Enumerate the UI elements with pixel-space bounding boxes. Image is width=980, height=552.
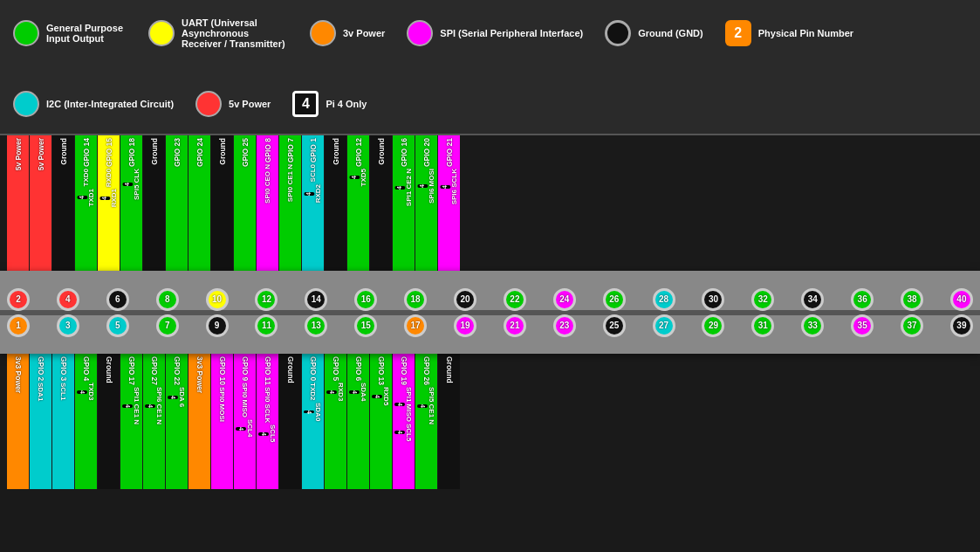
bottom-strip-pin-31: GPIO 64SDA4 bbox=[347, 354, 369, 489]
legend-item-spi: SPI (Serial Peripheral Interface) bbox=[407, 20, 583, 46]
pins-container: 2143658710912111413161518172019222124232… bbox=[7, 288, 973, 337]
pin-25[interactable]: 25 bbox=[603, 314, 626, 337]
pins-row: 2143658710912111413161518172019222124232… bbox=[0, 271, 980, 354]
top-strip-pin-12: GPIO 184SPI5 CLK bbox=[120, 135, 142, 271]
bottom-strip-pin-13: GPIO 274SPI6 CE1 N bbox=[143, 354, 165, 489]
bottom-strip-pin-7: GPIO 44TXD3 bbox=[75, 354, 97, 489]
legend-item-gpio: General Purpose Input Output bbox=[13, 20, 127, 46]
pin-badge-label: Physical Pin Number bbox=[758, 28, 853, 38]
pin-pair-4: 109 bbox=[206, 288, 229, 337]
pin-23[interactable]: 23 bbox=[553, 314, 576, 337]
pin-pair-15: 3231 bbox=[751, 288, 774, 337]
gnd-icon bbox=[605, 20, 631, 46]
pin-28[interactable]: 28 bbox=[653, 288, 675, 311]
pin-16[interactable]: 16 bbox=[354, 288, 377, 311]
pin-17[interactable]: 17 bbox=[404, 314, 427, 337]
legend-item-gnd: Ground (GND) bbox=[605, 20, 703, 46]
pin-15[interactable]: 15 bbox=[354, 314, 377, 337]
bottom-strip-pin-9: Ground bbox=[98, 354, 120, 489]
pin-11[interactable]: 11 bbox=[255, 314, 278, 337]
pi4-label: Pi 4 Only bbox=[326, 99, 367, 109]
pin-38[interactable]: 38 bbox=[901, 288, 923, 311]
pin-30[interactable]: 30 bbox=[702, 288, 724, 311]
bottom-strip-pin-25: Ground bbox=[279, 354, 301, 489]
top-strip-pin-36: GPIO 164SPI1 CE2 N bbox=[393, 135, 415, 271]
pin-27[interactable]: 27 bbox=[653, 314, 675, 337]
pin-pair-5: 1211 bbox=[255, 288, 278, 337]
pin-12[interactable]: 12 bbox=[255, 288, 278, 311]
legend-item-5v: 5v Power bbox=[195, 91, 271, 117]
pin-18[interactable]: 18 bbox=[404, 288, 427, 311]
top-strip-pin-26: GPIO 7SPI0 CE1 N bbox=[279, 135, 301, 271]
top-strip-pin-24: GPIO 8SPI0 CEO N bbox=[257, 135, 278, 271]
bottom-strip-pin-17: 3v3 Power bbox=[188, 354, 210, 489]
pin-29[interactable]: 29 bbox=[702, 314, 724, 337]
pin-6[interactable]: 6 bbox=[106, 288, 129, 311]
pin-35[interactable]: 35 bbox=[851, 314, 874, 337]
pin-pair-19: 4039 bbox=[950, 288, 973, 337]
pin-7[interactable]: 7 bbox=[156, 314, 179, 337]
pin-36[interactable]: 36 bbox=[851, 288, 874, 311]
pin-3[interactable]: 3 bbox=[57, 314, 79, 337]
pi4-icon: 4 bbox=[292, 91, 319, 117]
pin-32[interactable]: 32 bbox=[751, 288, 774, 311]
bottom-strip-pin-33: GPIO 134RXD5 bbox=[370, 354, 392, 489]
pin-22[interactable]: 22 bbox=[504, 288, 526, 311]
pin-4[interactable]: 4 bbox=[57, 288, 79, 311]
pin-20[interactable]: 20 bbox=[454, 288, 476, 311]
top-strip-pin-10: GPIO 15RXD04RXD1 bbox=[98, 135, 120, 271]
pin-34[interactable]: 34 bbox=[801, 288, 824, 311]
top-strip-pin-22: GPIO 25 bbox=[234, 135, 256, 271]
pin-40[interactable]: 40 bbox=[950, 288, 973, 311]
pin-5[interactable]: 5 bbox=[106, 314, 129, 337]
3v-icon bbox=[310, 20, 336, 46]
pin-pair-9: 2019 bbox=[454, 288, 476, 337]
top-strip-pin-8: GPIO 14TXD04TXD1 bbox=[75, 135, 97, 271]
gnd-label: Ground (GND) bbox=[638, 28, 703, 38]
bottom-strip-pin-15: GPIO 224SDA 6 bbox=[166, 354, 188, 489]
pin-39[interactable]: 39 bbox=[950, 314, 973, 337]
legend-item-pin-badge: 2 Physical Pin Number bbox=[725, 20, 853, 46]
bottom-strip-pin-29: GPIO 54RXD3 bbox=[325, 354, 346, 489]
pin-13[interactable]: 13 bbox=[305, 314, 327, 337]
pin-pair-10: 2221 bbox=[504, 288, 526, 337]
top-strip-pin-28: GPIO 1SCL04RXD2 bbox=[302, 135, 324, 271]
pin-10[interactable]: 10 bbox=[206, 288, 229, 311]
pin-19[interactable]: 19 bbox=[454, 314, 476, 337]
pin-31[interactable]: 31 bbox=[751, 314, 774, 337]
5v-icon bbox=[195, 91, 222, 117]
pin-pair-6: 1413 bbox=[305, 288, 327, 337]
top-strip-pin-30: Ground bbox=[325, 135, 346, 271]
pin-8[interactable]: 8 bbox=[156, 288, 179, 311]
bottom-strip-pin-27: GPIO 0TXD24SDA0 bbox=[302, 354, 324, 489]
pin-33[interactable]: 33 bbox=[801, 314, 824, 337]
pin-pair-7: 1615 bbox=[354, 288, 377, 337]
spi-icon bbox=[407, 20, 433, 46]
pin-21[interactable]: 21 bbox=[504, 314, 526, 337]
pin-pair-18: 3837 bbox=[901, 288, 923, 337]
top-strip-pin-2: 5v Power bbox=[7, 135, 29, 271]
bottom-strip-pin-23: GPIO 11SPI0 SCLK4SCL5 bbox=[257, 354, 278, 489]
pin-pair-1: 43 bbox=[57, 288, 79, 337]
pin-26[interactable]: 26 bbox=[603, 288, 626, 311]
pin-24[interactable]: 24 bbox=[553, 288, 576, 311]
pin-37[interactable]: 37 bbox=[901, 314, 923, 337]
top-strip-pin-38: GPIO 204SPI6 MOSI bbox=[415, 135, 437, 271]
uart-icon bbox=[148, 20, 175, 46]
top-strip-pin-20: Ground bbox=[211, 135, 233, 271]
bottom-strip-pin-11: GPIO 174SPI1 CE1 N bbox=[120, 354, 142, 489]
pin-pair-12: 2625 bbox=[603, 288, 626, 337]
pin-1[interactable]: 1 bbox=[7, 314, 30, 337]
pin-14[interactable]: 14 bbox=[305, 288, 327, 311]
pin-2[interactable]: 2 bbox=[7, 288, 30, 311]
i2c-label: I2C (Inter-Integrated Circuit) bbox=[46, 99, 174, 109]
pin-pair-2: 65 bbox=[106, 288, 129, 337]
bottom-strip-pin-3: GPIO 2SDA1 bbox=[30, 354, 51, 489]
legend-item-i2c: I2C (Inter-Integrated Circuit) bbox=[13, 91, 174, 117]
pin-9[interactable]: 9 bbox=[206, 314, 229, 337]
top-strip-pin-18: GPIO 24 bbox=[188, 135, 210, 271]
pin-pair-13: 2827 bbox=[653, 288, 675, 337]
pin-pair-3: 87 bbox=[156, 288, 179, 337]
bottom-strip-pin-21: GPIO 9SPI0 MISO4SCL4 bbox=[234, 354, 256, 489]
i2c-icon bbox=[13, 91, 39, 117]
